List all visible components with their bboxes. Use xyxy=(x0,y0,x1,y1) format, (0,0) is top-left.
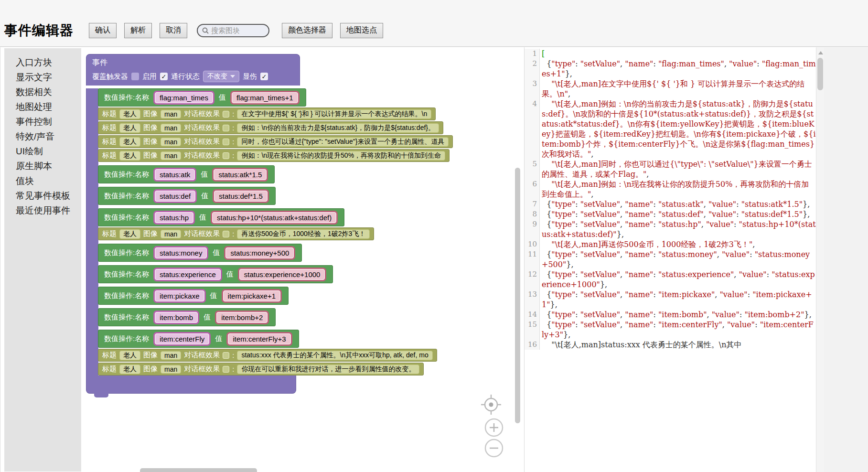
name-field[interactable]: item:pickaxe xyxy=(155,290,204,301)
color-picker-button[interactable]: 颜色选择器 xyxy=(282,23,332,38)
name-field[interactable]: item:centerFly xyxy=(155,333,209,344)
text-content-field[interactable]: 例如：\n你的当前攻击力是${status:atk}，防御力是${status:… xyxy=(237,123,439,133)
code-line-text[interactable]: "\t[老人,man]status:xxx 代表勇士的某个属性。\n其中 xyxy=(540,340,816,350)
name-field[interactable]: status:money xyxy=(155,247,207,258)
text-content-field[interactable]: 在文字中使用${' ${ '}和 } 可以计算并显示一个表达式的结果。\n xyxy=(237,109,431,119)
code-line-text[interactable]: "\t[老人,man]例如：\n你的当前攻击力是${status:atk}，防御… xyxy=(540,99,816,159)
sidebar-category[interactable]: UI绘制 xyxy=(4,144,82,159)
effect-checkbox[interactable] xyxy=(223,111,229,118)
text-content-field[interactable]: 再送你500金币，1000经验，1破2炸3飞！ xyxy=(237,229,370,239)
value-field[interactable]: status:atk*1.5 xyxy=(214,169,267,180)
image-field[interactable]: man xyxy=(161,365,181,374)
show-text-block[interactable]: 标题老人图像man对话框效果:同时，你也可以通过{"type": "setVal… xyxy=(98,135,453,148)
value-field[interactable]: status:money+500 xyxy=(225,247,294,258)
title-field[interactable]: 老人 xyxy=(119,123,140,133)
setvalue-block[interactable]: 数值操作:名称item:pickaxe值item:pickaxe+1 xyxy=(98,287,289,305)
text-content-field[interactable]: status:xxx 代表勇士的某个属性。\n其中xxx可取hp, atk, d… xyxy=(237,351,432,360)
effect-checkbox[interactable] xyxy=(223,139,229,145)
code-line-text[interactable]: "\t[老人,man]再送你500金币，1000经验，1破2炸3飞！", xyxy=(540,239,816,249)
parse-button[interactable]: 解析 xyxy=(124,23,152,38)
sidebar-category[interactable]: 数据相关 xyxy=(4,85,82,99)
code-line-text[interactable]: {"type": "setValue", "name": "status:hp"… xyxy=(540,219,816,239)
title-field[interactable]: 老人 xyxy=(119,229,140,239)
code-line-text[interactable]: [ xyxy=(540,49,816,59)
value-field[interactable]: status:hp+10*(status:atk+status:def) xyxy=(212,212,336,223)
damage-checkbox[interactable]: ✓ xyxy=(260,73,268,80)
name-field[interactable]: status:hp xyxy=(155,212,193,223)
sidebar-category[interactable]: 原生脚本 xyxy=(4,159,82,173)
name-field[interactable]: flag:man_times xyxy=(155,92,213,103)
sidebar-category[interactable]: 特效/声音 xyxy=(4,129,82,144)
sidebar-category[interactable]: 地图处理 xyxy=(4,99,82,114)
sidebar-category[interactable]: 值块 xyxy=(4,173,82,188)
workspace-horizontal-scrollbar[interactable] xyxy=(140,468,257,472)
pass-state-dropdown[interactable]: 不改变 xyxy=(203,71,239,82)
image-field[interactable]: man xyxy=(161,138,181,146)
code-line-text[interactable]: {"type": "setValue", "name": "status:atk… xyxy=(540,199,816,209)
zoom-reset-target-icon[interactable] xyxy=(480,394,502,416)
image-field[interactable]: man xyxy=(161,151,181,160)
code-line-text[interactable]: {"type": "setValue", "name": "status:mon… xyxy=(540,249,816,269)
setvalue-block[interactable]: 数值操作:名称flag:man_times值flag:man_times+1 xyxy=(98,88,306,107)
code-line-text[interactable]: {"type": "setValue", "name": "item:cente… xyxy=(540,320,816,340)
image-field[interactable]: man xyxy=(161,351,181,360)
block-workspace[interactable]: 事件 覆盖触发器 启用 ✓ 通行状态 不改变 显伤 ✓ 数值操作:名称flag:… xyxy=(81,47,524,472)
text-content-field[interactable]: 你现在可以重新和我进行对话，进一步看到属性值的改变。 xyxy=(237,365,419,374)
scrollbar-thumb[interactable] xyxy=(817,58,823,90)
trigger-checkbox[interactable] xyxy=(131,73,139,80)
title-field[interactable]: 老人 xyxy=(119,151,140,161)
name-field[interactable]: status:def xyxy=(155,191,195,202)
show-text-block[interactable]: 标题老人图像man对话框效果:再送你500金币，1000经验，1破2炸3飞！ xyxy=(98,227,374,240)
confirm-button[interactable]: 确认 xyxy=(89,23,117,38)
map-point-button[interactable]: 地图选点 xyxy=(340,23,383,38)
scroll-up-arrow-icon[interactable] xyxy=(818,51,823,54)
value-field[interactable]: item:centerFly+3 xyxy=(228,333,290,344)
name-field[interactable]: status:experience xyxy=(155,269,221,280)
show-text-block[interactable]: 标题老人图像man对话框效果:例如：\n你的当前攻击力是${status:atk… xyxy=(98,121,443,134)
effect-checkbox[interactable] xyxy=(223,352,229,359)
value-field[interactable]: status:experience+1000 xyxy=(239,269,325,280)
effect-checkbox[interactable] xyxy=(223,231,229,237)
image-field[interactable]: man xyxy=(161,230,181,238)
event-block-header[interactable]: 事件 覆盖触发器 启用 ✓ 通行状态 不改变 显伤 ✓ xyxy=(86,54,300,86)
value-field[interactable]: flag:man_times+1 xyxy=(232,92,298,103)
zoom-in-icon[interactable] xyxy=(484,418,504,438)
code-editor-scrollbar[interactable] xyxy=(816,47,824,472)
code-line-text[interactable]: {"type": "setValue", "name": "status:exp… xyxy=(540,269,816,290)
event-block[interactable]: 事件 覆盖触发器 启用 ✓ 通行状态 不改变 显伤 ✓ 数值操作:名称flag:… xyxy=(86,54,453,394)
search-box[interactable] xyxy=(197,24,269,37)
code-line-text[interactable]: "\t[老人,man]同时，你也可以通过{\"type\": \"setValu… xyxy=(540,159,816,179)
code-editor[interactable]: 1[2 {"type": "setValue", "name": "flag:m… xyxy=(524,47,816,472)
code-line-text[interactable]: "\t[老人,man]例如：\n现在我将让你的攻防提升50%，再将攻防和的十倍加… xyxy=(540,179,816,199)
name-field[interactable]: item:bomb xyxy=(155,312,198,323)
sidebar-category[interactable]: 显示文字 xyxy=(4,70,82,85)
search-input[interactable] xyxy=(211,26,264,34)
setvalue-block[interactable]: 数值操作:名称item:centerFly值item:centerFly+3 xyxy=(98,330,299,348)
enable-checkbox[interactable]: ✓ xyxy=(160,73,168,80)
text-content-field[interactable]: 同时，你也可以通过{"type": "setValue"}来设置一个勇士的属性、… xyxy=(237,137,449,147)
value-field[interactable]: status:def*1.5 xyxy=(214,191,268,202)
show-text-block[interactable]: 标题老人图像man对话框效果:在文字中使用${' ${ '}和 } 可以计算并显… xyxy=(98,107,436,120)
setvalue-block[interactable]: 数值操作:名称status:def值status:def*1.5 xyxy=(98,187,276,205)
value-field[interactable]: item:pickaxe+1 xyxy=(223,290,280,301)
title-field[interactable]: 老人 xyxy=(119,351,140,360)
code-line-text[interactable]: "\t[老人,man]在文字中使用${' ${ '}和 } 可以计算并显示一个表… xyxy=(540,79,816,99)
setvalue-block[interactable]: 数值操作:名称status:experience值status:experien… xyxy=(98,265,333,283)
title-field[interactable]: 老人 xyxy=(119,137,140,147)
cancel-button[interactable]: 取消 xyxy=(160,23,187,38)
effect-checkbox[interactable] xyxy=(223,125,229,131)
code-line-text[interactable]: {"type": "setValue", "name": "flag:man_t… xyxy=(540,59,816,79)
show-text-block[interactable]: 标题老人图像man对话框效果:例如：\n现在我将让你的攻防提升50%，再将攻防和… xyxy=(98,149,450,162)
setvalue-block[interactable]: 数值操作:名称status:hp值status:hp+10*(status:at… xyxy=(98,208,344,226)
name-field[interactable]: status:atk xyxy=(155,169,195,180)
effect-checkbox[interactable] xyxy=(223,152,229,159)
sidebar-category[interactable]: 事件控制 xyxy=(4,114,82,129)
title-field[interactable]: 老人 xyxy=(119,365,140,374)
workspace-vertical-scrollbar[interactable] xyxy=(515,168,520,423)
value-field[interactable]: item:bomb+2 xyxy=(216,312,268,323)
image-field[interactable]: man xyxy=(161,124,181,132)
image-field[interactable]: man xyxy=(161,110,181,118)
setvalue-block[interactable]: 数值操作:名称status:money值status:money+500 xyxy=(98,244,302,262)
sidebar-category[interactable]: 入口方块 xyxy=(4,55,82,70)
show-text-block[interactable]: 标题老人图像man对话框效果:status:xxx 代表勇士的某个属性。\n其中… xyxy=(98,349,437,362)
